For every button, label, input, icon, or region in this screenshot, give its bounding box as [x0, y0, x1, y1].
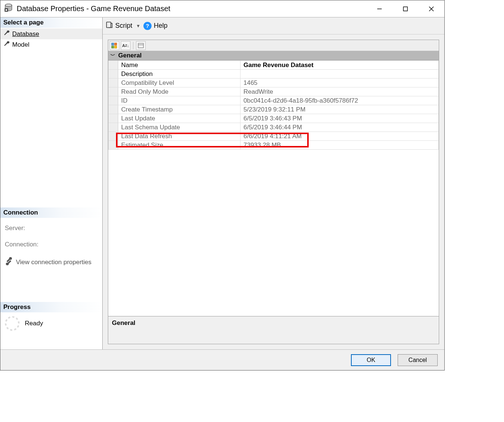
svg-rect-3 [6, 9, 7, 11]
script-icon [106, 21, 113, 30]
svg-rect-5 [404, 7, 408, 11]
property-row[interactable]: Create Timestamp5/23/2019 9:32:11 PM [109, 105, 439, 114]
property-row[interactable]: Description [109, 70, 439, 79]
select-page-header: Select a page [0, 17, 102, 28]
database-icon [4, 3, 13, 14]
svg-rect-12 [115, 46, 117, 48]
window-title: Database Properties - Game Revenue Datas… [17, 4, 170, 13]
property-name: Last Data Refresh [118, 132, 241, 141]
sidebar-item-database[interactable]: Database [0, 29, 102, 39]
wrench-icon [3, 40, 10, 49]
property-name: ID [118, 96, 241, 105]
dialog-footer: OK Cancel [0, 349, 444, 370]
property-name: Name [118, 61, 241, 70]
content-toolbar: Script ▼ ? Help [103, 17, 444, 34]
property-pages-button[interactable] [136, 41, 146, 50]
chevron-down-icon: ﹀ [110, 52, 115, 59]
property-name: Last Schema Update [118, 123, 241, 132]
property-row[interactable]: Last Data Refresh6/6/2019 4:11:21 AM [109, 132, 439, 141]
help-label: Help [154, 22, 168, 30]
script-label: Script [115, 22, 132, 30]
script-button[interactable]: Script ▼ [106, 21, 140, 30]
property-row[interactable]: Last Update6/5/2019 3:46:43 PM [109, 114, 439, 123]
property-name: Compatibility Level [118, 79, 241, 87]
server-label: Server: [5, 225, 98, 232]
cancel-button[interactable]: Cancel [398, 354, 438, 366]
description-pane: General [108, 316, 439, 344]
property-row[interactable]: Last Schema Update6/5/2019 3:46:44 PM [109, 123, 439, 132]
sidebar-item-label: Model [12, 41, 29, 49]
property-row[interactable]: Read Only ModeReadWrite [109, 87, 439, 96]
property-name: Read Only Mode [118, 87, 241, 96]
titlebar: Database Properties - Game Revenue Datas… [0, 0, 444, 17]
svg-rect-10 [115, 43, 117, 45]
property-name: Last Update [118, 114, 241, 123]
chevron-down-icon: ▼ [136, 23, 140, 29]
progress-header: Progress [0, 302, 102, 312]
description-label: General [112, 319, 135, 326]
property-value[interactable] [241, 70, 439, 79]
property-value[interactable]: Game Revenue Dataset [241, 61, 439, 70]
svg-point-1 [5, 4, 12, 7]
close-button[interactable] [418, 0, 444, 17]
property-value: 6/6/2019 4:11:21 AM [241, 132, 439, 141]
property-name: Estimated Size [118, 141, 241, 150]
property-value: 73933.28 MB [241, 141, 439, 150]
alphabetical-button[interactable]: AZ↓ [121, 41, 130, 50]
property-value: 0bc041c4-d2d6-4a18-95fb-a360f5786f72 [241, 96, 439, 105]
progress-spinner-icon [5, 316, 20, 331]
categorized-button[interactable] [110, 41, 119, 50]
help-icon: ? [143, 22, 152, 30]
property-grid: AZ↓ ﹀ General NameGame Revenue DatasetDe… [108, 40, 439, 344]
connection-label: Connection: [5, 241, 98, 248]
content-pane: Script ▼ ? Help AZ↓ [103, 17, 444, 349]
progress-status: Ready [25, 320, 43, 327]
minimize-button[interactable] [367, 0, 392, 17]
property-grid-toolbar: AZ↓ [108, 40, 439, 51]
property-value: 1465 [241, 79, 439, 87]
property-value: 6/5/2019 3:46:43 PM [241, 114, 439, 123]
help-button[interactable]: ? Help [143, 22, 168, 30]
property-value: ReadWrite [241, 87, 439, 96]
maximize-button[interactable] [392, 0, 418, 17]
svg-rect-13 [138, 43, 143, 48]
wrench-icon [3, 30, 10, 38]
svg-rect-9 [112, 43, 114, 45]
group-header-general[interactable]: ﹀ General [108, 51, 439, 60]
property-name: Create Timestamp [118, 105, 241, 114]
property-row[interactable]: Compatibility Level1465 [109, 79, 439, 87]
ok-button[interactable]: OK [351, 354, 391, 366]
sidebar: Select a page DatabaseModel Connection S… [0, 17, 103, 349]
wrench-tools-icon [5, 257, 13, 267]
sidebar-item-model[interactable]: Model [0, 39, 102, 50]
property-name: Description [118, 70, 241, 79]
property-value: 5/23/2019 9:32:11 PM [241, 105, 439, 114]
property-row[interactable]: ID0bc041c4-d2d6-4a18-95fb-a360f5786f72 [109, 96, 439, 105]
sidebar-item-label: Database [12, 30, 39, 38]
group-label: General [118, 52, 142, 59]
view-connection-properties-link[interactable]: View connection properties [5, 257, 98, 267]
svg-rect-11 [112, 46, 114, 48]
property-row[interactable]: NameGame Revenue Dataset [109, 61, 439, 70]
property-row[interactable]: Estimated Size73933.28 MB [109, 141, 439, 150]
property-value: 6/5/2019 3:46:44 PM [241, 123, 439, 132]
view-connection-properties-label: View connection properties [16, 259, 92, 266]
connection-header: Connection [0, 207, 102, 218]
svg-rect-8 [107, 22, 111, 28]
